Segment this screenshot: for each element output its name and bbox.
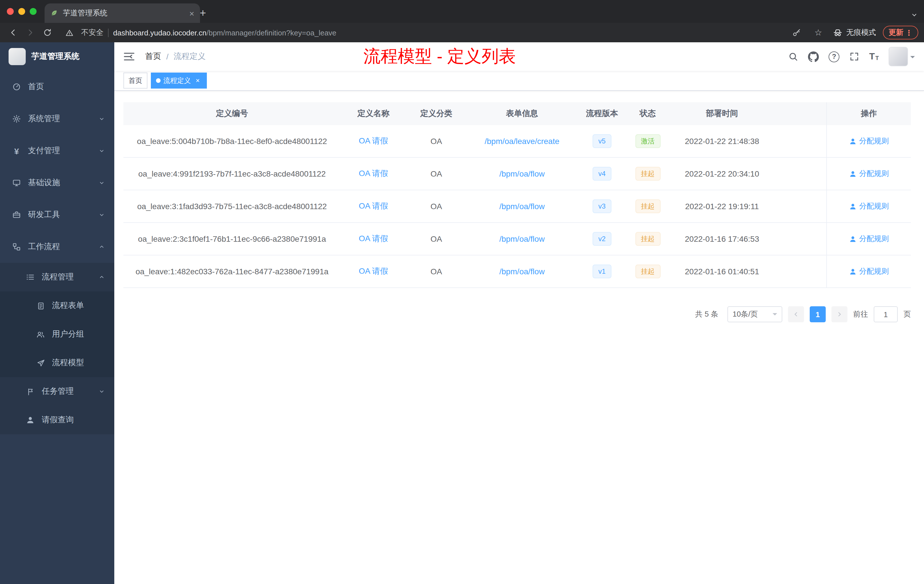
sidebar-item-leave-query[interactable]: 请假查询 xyxy=(0,406,114,434)
tag-process-definition[interactable]: 流程定义 × xyxy=(151,73,207,89)
address-bar[interactable]: 不安全 dashboard.yudao.iocoder.cn/bpm/manag… xyxy=(62,25,780,40)
sidebar-item-label: 用户分组 xyxy=(52,329,84,340)
form-info-link[interactable]: /bpm/oa/flow xyxy=(500,267,545,276)
definition-name-link[interactable]: OA 请假 xyxy=(359,201,388,210)
page-content: 定义编号 定义名称 定义分类 表单信息 流程版本 状态 部署时间 操作 oa_l… xyxy=(114,91,924,584)
sidebar-item-label: 流程管理 xyxy=(42,272,74,282)
window-zoom-button[interactable] xyxy=(30,8,36,15)
page-annotation-title: 流程模型 - 定义列表 xyxy=(363,45,516,68)
page-unit-label: 页 xyxy=(903,309,911,319)
assign-rule-label: 分配规则 xyxy=(859,168,889,179)
form-info-link[interactable]: /bpm/oa/flow xyxy=(500,169,545,178)
github-icon[interactable] xyxy=(808,51,819,62)
form-info-link[interactable]: /bpm/oa/flow xyxy=(500,234,545,243)
cell-definition-id: oa_leave:5:004b710b-7b8a-11ec-8ef0-acde4… xyxy=(124,137,341,146)
definition-name-link[interactable]: OA 请假 xyxy=(359,266,388,276)
font-size-large-glyph: T xyxy=(869,52,875,61)
cell-deploy-time: 2022-01-16 17:46:53 xyxy=(669,234,775,243)
forward-icon[interactable] xyxy=(23,25,38,40)
form-info-link[interactable]: /bpm/oa/leave/create xyxy=(485,137,559,146)
sidebar-collapse-icon[interactable] xyxy=(124,51,135,62)
tag-close-icon[interactable]: × xyxy=(194,77,202,84)
chevron-down-icon xyxy=(98,147,105,154)
definition-table: 定义编号 定义名称 定义分类 表单信息 流程版本 状态 部署时间 操作 oa_l… xyxy=(124,102,911,288)
breadcrumb-home[interactable]: 首页 xyxy=(145,51,161,62)
sidebar-item-label: 系统管理 xyxy=(28,114,60,124)
chevron-up-icon xyxy=(98,243,105,250)
col-header-actions: 操作 xyxy=(826,102,911,125)
security-warning-icon[interactable] xyxy=(62,25,77,40)
col-header-name: 定义名称 xyxy=(341,109,406,119)
cell-definition-id: oa_leave:3:1fad3d93-7b75-11ec-a3c8-acde4… xyxy=(124,202,341,211)
cell-category: OA xyxy=(406,234,466,243)
table-row: oa_leave:5:004b710b-7b8a-11ec-8ef0-acde4… xyxy=(124,125,911,158)
table-row: oa_leave:3:1fad3d93-7b75-11ec-a3c8-acde4… xyxy=(124,190,911,223)
definition-name-link[interactable]: OA 请假 xyxy=(359,168,388,178)
next-page-button[interactable] xyxy=(832,306,847,322)
tab-search-icon[interactable] xyxy=(910,11,918,19)
url-text[interactable]: dashboard.yudao.iocoder.cn/bpm/manager/d… xyxy=(113,28,336,37)
assign-rule-button[interactable]: 分配规则 xyxy=(849,168,889,179)
password-key-icon[interactable] xyxy=(789,25,804,40)
browser-menu-icon[interactable]: ⋮ xyxy=(905,28,912,37)
prev-page-button[interactable] xyxy=(788,306,804,322)
main-pane: 首页 / 流程定义 流程模型 - 定义列表 ? xyxy=(114,42,924,584)
sidebar-item-payment[interactable]: ¥ 支付管理 xyxy=(0,135,114,167)
chevron-down-icon xyxy=(98,180,105,186)
definition-name-link[interactable]: OA 请假 xyxy=(359,136,388,145)
window-controls[interactable] xyxy=(7,0,36,23)
reload-icon[interactable] xyxy=(40,25,55,40)
definition-name-link[interactable]: OA 请假 xyxy=(359,234,388,243)
browser-tab[interactable]: 芋道管理系统 × xyxy=(45,3,200,23)
search-icon[interactable] xyxy=(788,51,798,62)
sidebar-item-process-management[interactable]: 流程管理 xyxy=(0,263,114,292)
pagination: 共 5 条 10条/页 1 前往 页 xyxy=(124,306,911,322)
assign-rule-button[interactable]: 分配规则 xyxy=(849,201,889,211)
logo-image xyxy=(8,48,26,65)
user-avatar-menu[interactable] xyxy=(889,47,915,66)
sidebar-logo[interactable]: 芋道管理系统 xyxy=(0,42,114,71)
col-header-id: 定义编号 xyxy=(124,109,341,119)
sidebar-item-devtools[interactable]: 研发工具 xyxy=(0,199,114,231)
chrome-update-button[interactable]: 更新 ⋮ xyxy=(883,26,918,40)
table-header-row: 定义编号 定义名称 定义分类 表单信息 流程版本 状态 部署时间 操作 xyxy=(124,102,911,125)
sidebar-item-process-form[interactable]: 流程表单 xyxy=(0,292,114,320)
status-badge: 挂起 xyxy=(635,200,660,213)
cell-definition-id: oa_leave:2:3c1f0ef1-76b1-11ec-9c66-a2380… xyxy=(124,234,341,243)
new-tab-button[interactable]: + xyxy=(195,6,210,21)
help-icon[interactable]: ? xyxy=(828,51,840,62)
assign-rule-button[interactable]: 分配规则 xyxy=(849,234,889,244)
assign-rule-button[interactable]: 分配规则 xyxy=(849,266,889,277)
monitor-icon xyxy=(12,178,22,187)
goto-page-input[interactable] xyxy=(874,306,898,322)
current-page-button[interactable]: 1 xyxy=(810,306,826,322)
users-icon xyxy=(35,330,46,339)
sidebar-item-workflow[interactable]: 工作流程 xyxy=(0,231,114,263)
form-info-link[interactable]: /bpm/oa/flow xyxy=(500,202,545,211)
fullscreen-icon[interactable] xyxy=(849,51,860,62)
cell-deploy-time: 2022-01-22 20:34:10 xyxy=(669,169,775,178)
goto-label: 前往 xyxy=(853,309,868,319)
sidebar-item-home[interactable]: 首页 xyxy=(0,71,114,103)
font-size-icon[interactable]: TT xyxy=(869,52,879,61)
sidebar: 芋道管理系统 首页 系统管理 ¥ 支付管理 xyxy=(0,42,114,584)
sidebar-item-infrastructure[interactable]: 基础设施 xyxy=(0,167,114,199)
window-minimize-button[interactable] xyxy=(18,8,25,15)
assign-rule-button[interactable]: 分配规则 xyxy=(849,136,889,146)
tab-close-icon[interactable]: × xyxy=(189,9,194,17)
avatar[interactable] xyxy=(889,47,908,66)
version-badge: v3 xyxy=(592,200,611,213)
window-close-button[interactable] xyxy=(7,8,14,15)
back-icon[interactable] xyxy=(6,25,21,40)
sidebar-item-label: 基础设施 xyxy=(28,178,60,188)
sidebar-item-task-management[interactable]: 任务管理 xyxy=(0,377,114,406)
status-badge: 激活 xyxy=(635,134,660,148)
sidebar-item-process-model[interactable]: 流程模型 xyxy=(0,348,114,377)
page-size-select[interactable]: 10条/页 xyxy=(728,306,782,322)
sidebar-item-system[interactable]: 系统管理 xyxy=(0,103,114,135)
tag-home[interactable]: 首页 xyxy=(124,73,147,89)
sidebar-item-label: 首页 xyxy=(28,82,44,92)
bookmark-star-icon[interactable]: ☆ xyxy=(811,25,826,40)
sidebar-item-user-group[interactable]: 用户分组 xyxy=(0,320,114,348)
tag-label: 流程定义 xyxy=(163,76,191,86)
